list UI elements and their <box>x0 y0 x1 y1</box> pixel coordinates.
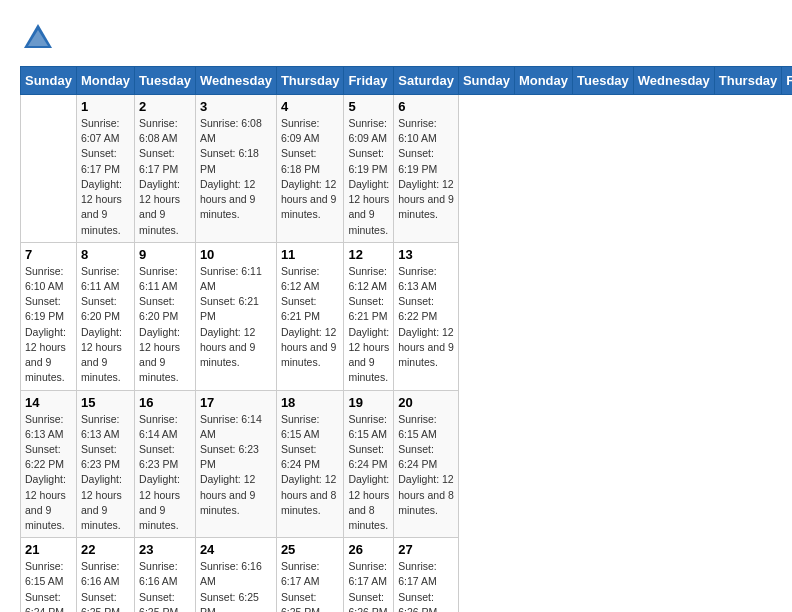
day-number: 7 <box>25 247 72 262</box>
calendar-cell: 24Sunrise: 6:16 AMSunset: 6:25 PMDayligh… <box>195 538 276 612</box>
calendar-cell: 2Sunrise: 6:08 AMSunset: 6:17 PMDaylight… <box>135 95 196 243</box>
day-info: Sunrise: 6:07 AMSunset: 6:17 PMDaylight:… <box>81 116 130 238</box>
day-number: 14 <box>25 395 72 410</box>
day-info: Sunrise: 6:16 AMSunset: 6:25 PMDaylight:… <box>200 559 272 612</box>
day-info: Sunrise: 6:16 AMSunset: 6:25 PMDaylight:… <box>139 559 191 612</box>
calendar-cell: 10Sunrise: 6:11 AMSunset: 6:21 PMDayligh… <box>195 242 276 390</box>
day-info: Sunrise: 6:15 AMSunset: 6:24 PMDaylight:… <box>25 559 72 612</box>
calendar-cell: 17Sunrise: 6:14 AMSunset: 6:23 PMDayligh… <box>195 390 276 538</box>
calendar-cell: 14Sunrise: 6:13 AMSunset: 6:22 PMDayligh… <box>21 390 77 538</box>
day-number: 19 <box>348 395 389 410</box>
day-info: Sunrise: 6:12 AMSunset: 6:21 PMDaylight:… <box>281 264 340 371</box>
header-saturday: Saturday <box>394 67 459 95</box>
day-info: Sunrise: 6:10 AMSunset: 6:19 PMDaylight:… <box>398 116 454 223</box>
day-number: 2 <box>139 99 191 114</box>
day-number: 20 <box>398 395 454 410</box>
col-header-wednesday: Wednesday <box>633 67 714 95</box>
day-number: 3 <box>200 99 272 114</box>
calendar-cell: 5Sunrise: 6:09 AMSunset: 6:19 PMDaylight… <box>344 95 394 243</box>
calendar-cell: 16Sunrise: 6:14 AMSunset: 6:23 PMDayligh… <box>135 390 196 538</box>
day-number: 18 <box>281 395 340 410</box>
calendar-cell: 8Sunrise: 6:11 AMSunset: 6:20 PMDaylight… <box>76 242 134 390</box>
col-header-monday: Monday <box>514 67 572 95</box>
calendar-cell: 25Sunrise: 6:17 AMSunset: 6:25 PMDayligh… <box>276 538 344 612</box>
day-number: 9 <box>139 247 191 262</box>
day-number: 25 <box>281 542 340 557</box>
page-header <box>20 20 772 56</box>
day-info: Sunrise: 6:14 AMSunset: 6:23 PMDaylight:… <box>139 412 191 534</box>
day-info: Sunrise: 6:17 AMSunset: 6:25 PMDaylight:… <box>281 559 340 612</box>
day-number: 23 <box>139 542 191 557</box>
calendar-cell: 4Sunrise: 6:09 AMSunset: 6:18 PMDaylight… <box>276 95 344 243</box>
day-info: Sunrise: 6:11 AMSunset: 6:21 PMDaylight:… <box>200 264 272 371</box>
calendar-cell <box>21 95 77 243</box>
day-info: Sunrise: 6:09 AMSunset: 6:19 PMDaylight:… <box>348 116 389 238</box>
calendar-cell: 23Sunrise: 6:16 AMSunset: 6:25 PMDayligh… <box>135 538 196 612</box>
calendar-cell: 21Sunrise: 6:15 AMSunset: 6:24 PMDayligh… <box>21 538 77 612</box>
calendar-week-4: 21Sunrise: 6:15 AMSunset: 6:24 PMDayligh… <box>21 538 793 612</box>
calendar-week-2: 7Sunrise: 6:10 AMSunset: 6:19 PMDaylight… <box>21 242 793 390</box>
day-info: Sunrise: 6:15 AMSunset: 6:24 PMDaylight:… <box>281 412 340 519</box>
day-number: 11 <box>281 247 340 262</box>
calendar-cell: 7Sunrise: 6:10 AMSunset: 6:19 PMDaylight… <box>21 242 77 390</box>
day-number: 21 <box>25 542 72 557</box>
calendar-header-row: SundayMondayTuesdayWednesdayThursdayFrid… <box>21 67 793 95</box>
day-number: 22 <box>81 542 130 557</box>
header-thursday: Thursday <box>276 67 344 95</box>
day-number: 15 <box>81 395 130 410</box>
day-number: 10 <box>200 247 272 262</box>
col-header-sunday: Sunday <box>458 67 514 95</box>
day-number: 4 <box>281 99 340 114</box>
col-header-thursday: Thursday <box>714 67 782 95</box>
calendar-table: SundayMondayTuesdayWednesdayThursdayFrid… <box>20 66 792 612</box>
day-number: 17 <box>200 395 272 410</box>
calendar-cell: 9Sunrise: 6:11 AMSunset: 6:20 PMDaylight… <box>135 242 196 390</box>
day-info: Sunrise: 6:08 AMSunset: 6:17 PMDaylight:… <box>139 116 191 238</box>
day-number: 12 <box>348 247 389 262</box>
day-info: Sunrise: 6:11 AMSunset: 6:20 PMDaylight:… <box>139 264 191 386</box>
calendar-cell: 27Sunrise: 6:17 AMSunset: 6:26 PMDayligh… <box>394 538 459 612</box>
calendar-cell: 13Sunrise: 6:13 AMSunset: 6:22 PMDayligh… <box>394 242 459 390</box>
day-info: Sunrise: 6:08 AMSunset: 6:18 PMDaylight:… <box>200 116 272 223</box>
calendar-week-3: 14Sunrise: 6:13 AMSunset: 6:22 PMDayligh… <box>21 390 793 538</box>
day-info: Sunrise: 6:14 AMSunset: 6:23 PMDaylight:… <box>200 412 272 519</box>
day-info: Sunrise: 6:13 AMSunset: 6:23 PMDaylight:… <box>81 412 130 534</box>
col-header-friday: Friday <box>782 67 792 95</box>
calendar-cell: 20Sunrise: 6:15 AMSunset: 6:24 PMDayligh… <box>394 390 459 538</box>
day-info: Sunrise: 6:09 AMSunset: 6:18 PMDaylight:… <box>281 116 340 223</box>
day-number: 8 <box>81 247 130 262</box>
day-number: 1 <box>81 99 130 114</box>
day-info: Sunrise: 6:15 AMSunset: 6:24 PMDaylight:… <box>348 412 389 534</box>
header-tuesday: Tuesday <box>135 67 196 95</box>
day-info: Sunrise: 6:13 AMSunset: 6:22 PMDaylight:… <box>25 412 72 534</box>
day-info: Sunrise: 6:12 AMSunset: 6:21 PMDaylight:… <box>348 264 389 386</box>
calendar-cell: 6Sunrise: 6:10 AMSunset: 6:19 PMDaylight… <box>394 95 459 243</box>
day-number: 6 <box>398 99 454 114</box>
header-wednesday: Wednesday <box>195 67 276 95</box>
day-number: 26 <box>348 542 389 557</box>
day-info: Sunrise: 6:11 AMSunset: 6:20 PMDaylight:… <box>81 264 130 386</box>
col-header-tuesday: Tuesday <box>573 67 634 95</box>
day-number: 16 <box>139 395 191 410</box>
calendar-cell: 26Sunrise: 6:17 AMSunset: 6:26 PMDayligh… <box>344 538 394 612</box>
calendar-cell: 18Sunrise: 6:15 AMSunset: 6:24 PMDayligh… <box>276 390 344 538</box>
day-info: Sunrise: 6:13 AMSunset: 6:22 PMDaylight:… <box>398 264 454 371</box>
day-number: 13 <box>398 247 454 262</box>
calendar-week-1: 1Sunrise: 6:07 AMSunset: 6:17 PMDaylight… <box>21 95 793 243</box>
day-number: 5 <box>348 99 389 114</box>
day-number: 27 <box>398 542 454 557</box>
day-info: Sunrise: 6:15 AMSunset: 6:24 PMDaylight:… <box>398 412 454 519</box>
day-number: 24 <box>200 542 272 557</box>
calendar-cell: 22Sunrise: 6:16 AMSunset: 6:25 PMDayligh… <box>76 538 134 612</box>
logo-icon <box>20 20 56 56</box>
day-info: Sunrise: 6:10 AMSunset: 6:19 PMDaylight:… <box>25 264 72 386</box>
day-info: Sunrise: 6:17 AMSunset: 6:26 PMDaylight:… <box>348 559 389 612</box>
calendar-cell: 1Sunrise: 6:07 AMSunset: 6:17 PMDaylight… <box>76 95 134 243</box>
logo <box>20 20 60 56</box>
calendar-cell: 11Sunrise: 6:12 AMSunset: 6:21 PMDayligh… <box>276 242 344 390</box>
header-sunday: Sunday <box>21 67 77 95</box>
calendar-cell: 15Sunrise: 6:13 AMSunset: 6:23 PMDayligh… <box>76 390 134 538</box>
day-info: Sunrise: 6:16 AMSunset: 6:25 PMDaylight:… <box>81 559 130 612</box>
calendar-cell: 12Sunrise: 6:12 AMSunset: 6:21 PMDayligh… <box>344 242 394 390</box>
header-monday: Monday <box>76 67 134 95</box>
